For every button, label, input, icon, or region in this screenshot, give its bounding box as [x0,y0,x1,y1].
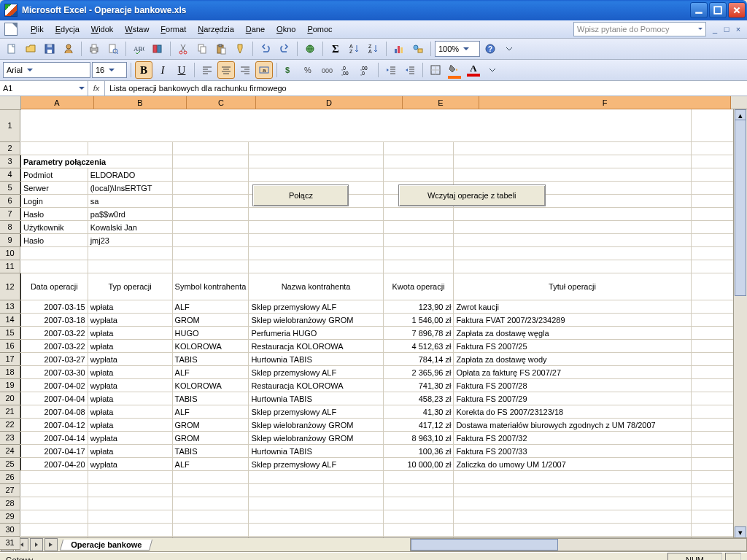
cell[interactable]: Wczytaj operacje z tabeli [383,195,454,208]
paste-icon[interactable] [212,40,230,58]
hscroll-thumb[interactable] [411,539,558,551]
cell[interactable] [691,195,733,208]
row-header[interactable]: 18 [0,366,20,379]
cell[interactable] [691,260,733,273]
row-header[interactable]: 16 [0,340,20,353]
row-header[interactable]: 2 [0,142,20,155]
table-cell[interactable]: Sklep wielobranżowy GROM [249,419,383,432]
cell[interactable] [383,260,454,273]
hyperlink-icon[interactable] [301,40,319,58]
cell[interactable] [172,182,249,195]
cell[interactable] [249,234,383,247]
table-cell[interactable]: 2007-03-22 [21,327,88,340]
bold-button[interactable]: B [135,61,152,79]
table-cell[interactable]: wpłata [88,419,172,432]
params-header[interactable]: Parametry połączenia [21,155,173,168]
param-key[interactable]: Podmiot [21,168,88,182]
table-cell[interactable]: 10 000,00 zł [383,458,454,471]
chart-icon[interactable] [390,40,408,58]
cell[interactable] [249,208,383,221]
table-cell[interactable]: wpłata [88,445,172,458]
row-header[interactable]: 14 [0,314,20,327]
table-cell[interactable]: 2007-03-27 [21,353,88,366]
row-header[interactable]: 6 [0,195,20,208]
table-cell[interactable]: wpłata [88,327,172,340]
cell[interactable] [249,155,383,168]
table-cell[interactable]: Zaliczka do umowy UM 1/2007 [454,458,691,471]
row-header[interactable]: 12 [0,273,20,300]
table-cell[interactable]: 100,36 zł [383,445,454,458]
vertical-scrollbar[interactable]: ▴ ▾ [733,109,747,538]
table-cell[interactable]: KOLOROWA [172,379,249,392]
connect-button[interactable]: Połącz [252,184,349,206]
comma-icon[interactable]: 000 [319,61,336,79]
cell[interactable] [454,247,691,260]
cell[interactable] [88,247,172,260]
table-cell[interactable]: wypłata [88,353,172,366]
table-cell[interactable]: HUGO [172,327,249,340]
cell[interactable] [249,471,383,484]
table-cell[interactable]: ALF [172,405,249,419]
param-key[interactable]: Login [21,195,88,208]
param-value[interactable]: pa$$w0rd [88,208,172,221]
table-cell[interactable]: Faktura FS 2007/33 [454,445,691,458]
row-header[interactable]: 31 [0,537,20,550]
row-header[interactable]: 19 [0,379,20,392]
row-header[interactable]: 8 [0,221,20,234]
col-header-B[interactable]: B [94,96,187,109]
table-cell[interactable]: GROM [172,432,249,445]
cell[interactable] [691,405,733,419]
table-cell[interactable]: 2007-03-15 [21,300,88,314]
menu-pomoc[interactable]: Pomoc [301,22,338,36]
row-header[interactable]: 3 [0,155,20,168]
table-header[interactable]: Data operacji [21,273,88,300]
param-key[interactable]: Hasło [21,234,88,247]
col-header-F[interactable]: F [479,96,731,109]
cell[interactable] [691,142,733,155]
table-cell[interactable]: wypłata [88,314,172,327]
mdi-restore-icon[interactable]: □ [722,25,731,34]
table-cell[interactable]: Faktura FS 2007/25 [454,340,691,353]
param-key[interactable]: Hasło [21,208,88,221]
param-key[interactable]: Serwer [21,182,88,195]
table-cell[interactable]: ALF [172,458,249,471]
row-header[interactable]: 26 [0,471,20,484]
cell[interactable] [383,221,454,234]
table-cell[interactable]: 2007-04-14 [21,432,88,445]
cell[interactable] [454,471,691,484]
cell[interactable] [21,524,88,537]
table-cell[interactable]: Zapłata za dostawę wody [454,353,691,366]
table-cell[interactable]: TABIS [172,392,249,405]
autosum-icon[interactable]: Σ [327,40,344,58]
row-header[interactable]: 25 [0,458,20,471]
save-icon[interactable] [41,40,58,58]
cell[interactable] [691,379,733,392]
cell[interactable] [454,142,691,155]
cell[interactable] [691,247,733,260]
row-header[interactable]: 4 [0,168,20,182]
cell[interactable] [691,234,733,247]
table-header[interactable]: Tytuł operacji [454,273,691,300]
row-header[interactable]: 10 [0,247,20,260]
undo-icon[interactable] [257,40,274,58]
cell[interactable] [88,510,172,524]
table-cell[interactable]: Faktura FS 2007/28 [454,379,691,392]
cell[interactable] [21,142,88,155]
row-header[interactable]: 29 [0,510,20,524]
table-cell[interactable]: 2007-04-08 [21,405,88,419]
table-cell[interactable]: 2007-03-30 [21,366,88,379]
print-icon[interactable] [85,40,103,58]
cell[interactable] [249,221,383,234]
table-cell[interactable]: 4 512,63 zł [383,340,454,353]
cell[interactable] [691,168,733,182]
cell[interactable] [691,340,733,353]
table-cell[interactable]: Sklep przemysłowy ALF [249,366,383,379]
worksheet[interactable]: ABCDEF 123456789101112131415161718192021… [0,96,747,551]
cell[interactable] [691,208,733,221]
cell[interactable] [691,484,733,497]
param-value[interactable]: (local)\InsERTGT [88,182,172,195]
cut-icon[interactable] [174,40,192,58]
redo-icon[interactable] [276,40,293,58]
fx-icon[interactable]: fx [88,81,105,96]
cell[interactable] [383,497,454,510]
